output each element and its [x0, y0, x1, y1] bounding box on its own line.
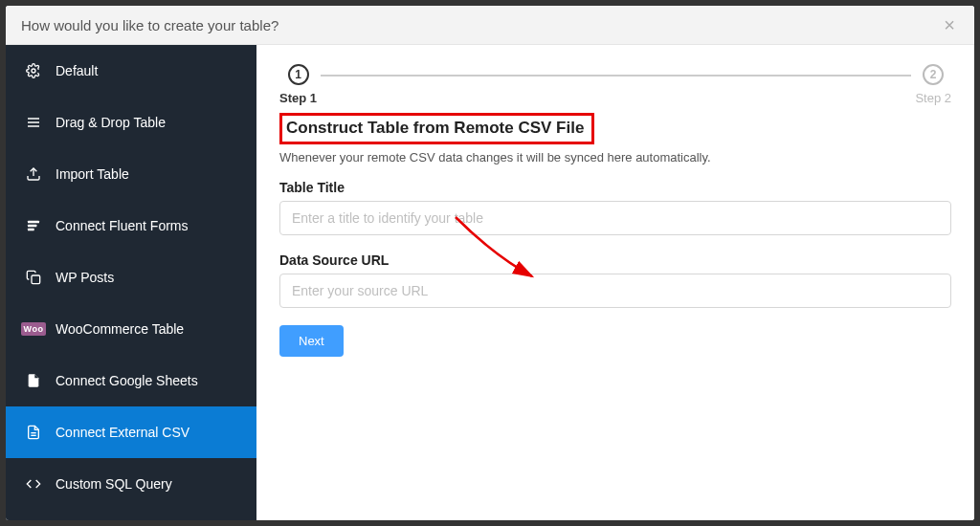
step-2-circle: 2 — [923, 64, 944, 85]
sidebar-item-label: Default — [56, 63, 98, 78]
sidebar-item-default[interactable]: Default — [6, 45, 256, 97]
sidebar-item-label: WP Posts — [56, 270, 114, 285]
sidebar-item-import[interactable]: Import Table — [6, 148, 256, 200]
sidebar-item-google-sheets[interactable]: Connect Google Sheets — [6, 355, 256, 406]
sidebar-item-woocommerce[interactable]: Woo WooCommerce Table — [6, 303, 256, 355]
create-table-modal: How would you like to create your table?… — [6, 6, 974, 520]
sidebar-item-drag-drop[interactable]: Drag & Drop Table — [6, 97, 256, 148]
sidebar: Default Drag & Drop Table Import Table C… — [6, 45, 256, 520]
data-source-url-label: Data Source URL — [279, 252, 951, 268]
copy-icon — [25, 269, 42, 286]
sidebar-item-external-csv[interactable]: Connect External CSV — [6, 406, 256, 458]
sidebar-item-label: Connect Fluent Forms — [56, 218, 189, 233]
sidebar-item-label: WooCommerce Table — [56, 321, 184, 337]
sidebar-item-label: Custom SQL Query — [56, 476, 172, 492]
menu-icon — [25, 114, 42, 131]
upload-icon — [25, 165, 42, 183]
step-connector — [321, 75, 911, 77]
table-title-label: Table Title — [279, 180, 951, 195]
sidebar-item-label: Drag & Drop Table — [56, 115, 166, 130]
close-icon[interactable]: × — [940, 15, 959, 34]
main-panel: 1 Step 1 2 Step 2 Construct Table from R… — [256, 45, 974, 520]
stepper: 1 Step 1 2 Step 2 — [279, 64, 951, 105]
file-icon — [25, 372, 42, 389]
sidebar-item-label: Connect Google Sheets — [56, 373, 198, 388]
page-subtitle: Whenever your remote CSV data changes it… — [279, 150, 951, 164]
sidebar-item-sql[interactable]: Custom SQL Query — [6, 458, 256, 510]
data-source-url-input[interactable] — [279, 274, 951, 308]
sidebar-item-label: Import Table — [56, 166, 129, 182]
step-1-circle: 1 — [288, 64, 309, 85]
svg-rect-6 — [28, 225, 36, 228]
svg-rect-8 — [32, 275, 40, 284]
step-2-label: Step 2 — [915, 91, 951, 105]
modal-header: How would you like to create your table?… — [6, 6, 974, 45]
sidebar-item-fluent-forms[interactable]: Connect Fluent Forms — [6, 200, 256, 252]
table-title-input[interactable] — [279, 201, 951, 235]
page-heading: Construct Table from Remote CSV File — [279, 113, 594, 144]
svg-point-0 — [32, 69, 35, 73]
svg-rect-7 — [28, 229, 34, 231]
step-1-label: Step 1 — [279, 91, 317, 105]
woo-icon: Woo — [25, 320, 42, 338]
sidebar-item-wp-posts[interactable]: WP Posts — [6, 252, 256, 303]
code-icon — [25, 475, 42, 493]
form-icon — [25, 217, 42, 234]
sidebar-item-label: Connect External CSV — [56, 425, 189, 440]
modal-title: How would you like to create your table? — [21, 17, 278, 33]
next-button[interactable]: Next — [279, 325, 344, 357]
gear-icon — [25, 62, 42, 79]
file-text-icon — [25, 424, 42, 441]
step-2: 2 Step 2 — [915, 64, 951, 105]
step-1: 1 Step 1 — [279, 64, 317, 105]
modal-body: Default Drag & Drop Table Import Table C… — [6, 45, 974, 520]
svg-rect-5 — [28, 221, 39, 224]
